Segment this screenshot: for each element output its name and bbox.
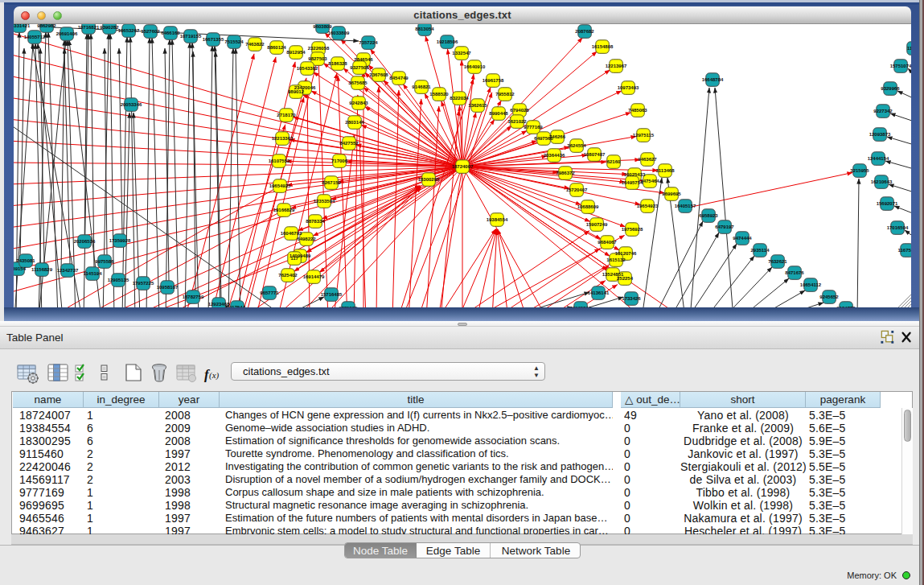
svg-text:8427552: 8427552	[339, 141, 359, 146]
svg-text:12353594: 12353594	[314, 199, 335, 204]
svg-text:19756928: 19756928	[622, 227, 643, 232]
svg-text:16405157: 16405157	[675, 204, 696, 208]
svg-text:15716485: 15716485	[321, 292, 343, 297]
svg-text:1332547: 1332547	[452, 51, 471, 56]
svg-text:10716821: 10716821	[78, 25, 100, 30]
svg-text:10807487: 10807487	[584, 152, 606, 157]
svg-text:11171: 11171	[907, 46, 911, 51]
svg-text:15751074: 15751074	[890, 64, 911, 68]
svg-text:7955812: 7955812	[495, 92, 515, 97]
svg-text:16782759: 16782759	[183, 295, 204, 299]
svg-text:9474444: 9474444	[733, 236, 752, 241]
svg-text:12342737: 12342737	[57, 268, 79, 273]
svg-text:7986372: 7986372	[556, 171, 575, 175]
svg-text:3113468: 3113468	[655, 168, 675, 173]
svg-text:9390282: 9390282	[100, 25, 119, 30]
svg-text:9699695: 9699695	[662, 192, 681, 196]
svg-text:10654112: 10654112	[800, 282, 822, 287]
svg-text:9242843: 9242843	[349, 101, 368, 105]
svg-text:16154808: 16154808	[592, 44, 614, 49]
svg-text:15692071: 15692071	[877, 201, 898, 206]
svg-text:9134773: 9134773	[836, 306, 856, 307]
svg-text:10973493: 10973493	[618, 85, 639, 90]
svg-text:8912954: 8912954	[286, 50, 306, 55]
svg-text:17359928: 17359928	[109, 238, 131, 243]
svg-text:7463822: 7463822	[245, 42, 265, 47]
svg-text:2367608: 2367608	[369, 72, 388, 77]
svg-text:989012: 989012	[288, 89, 305, 94]
svg-text:7485063: 7485063	[628, 108, 647, 113]
svg-text:15907249: 15907249	[586, 222, 608, 227]
svg-text:9329966: 9329966	[881, 86, 900, 91]
svg-text:6479197: 6479197	[715, 225, 734, 229]
svg-text:3215955: 3215955	[850, 168, 869, 173]
svg-text:9862982: 9862982	[37, 24, 56, 28]
svg-text:6466160: 6466160	[161, 31, 180, 35]
svg-text:19384554: 19384554	[487, 217, 508, 222]
svg-text:16210643: 16210643	[871, 179, 893, 184]
svg-text:16640910: 16640910	[464, 64, 486, 69]
svg-text:8878334: 8878334	[306, 219, 325, 224]
svg-text:17957225: 17957225	[133, 281, 154, 286]
svg-text:19166829: 19166829	[273, 208, 295, 212]
svg-text:6958923: 6958923	[699, 213, 718, 218]
svg-text:9245652: 9245652	[819, 295, 839, 299]
svg-text:12213363: 12213363	[272, 136, 294, 141]
svg-text:2803144: 2803144	[345, 120, 364, 125]
svg-text:8322034: 8322034	[450, 96, 469, 101]
svg-text:746266: 746266	[549, 134, 566, 139]
svg-text:16914479: 16914479	[303, 274, 325, 279]
svg-text:12213967: 12213967	[606, 64, 627, 68]
svg-text:8454749: 8454749	[389, 76, 409, 80]
svg-text:252254: 252254	[617, 276, 634, 281]
svg-text:3624554: 3624554	[567, 143, 586, 148]
svg-text:6498222: 6498222	[297, 237, 316, 241]
svg-text:9327508: 9327508	[350, 65, 369, 70]
svg-text:9975586: 9975586	[95, 259, 114, 264]
svg-text:62160: 62160	[607, 159, 621, 164]
svg-text:16033809: 16033809	[328, 31, 350, 35]
svg-text:8990448: 8990448	[489, 111, 508, 116]
svg-text:14136141: 14136141	[588, 290, 610, 295]
svg-text:1362615: 1362615	[468, 103, 487, 108]
svg-text:7625402: 7625402	[278, 273, 298, 278]
svg-text:7357224: 7357224	[359, 40, 378, 45]
svg-text:9475464: 9475464	[640, 179, 659, 183]
svg-text:16671355: 16671355	[203, 37, 224, 42]
svg-text:16331421: 16331421	[14, 24, 31, 28]
svg-text:9827503: 9827503	[308, 56, 327, 61]
svg-text:1527602: 1527602	[141, 29, 160, 34]
svg-text:9285535: 9285535	[339, 306, 358, 307]
svg-text:117: 117	[290, 256, 298, 261]
svg-text:8267150: 8267150	[322, 180, 341, 185]
svg-text:1621022: 1621022	[507, 119, 527, 124]
svg-text:10958107: 10958107	[157, 285, 179, 290]
svg-text:9463627: 9463627	[638, 157, 657, 162]
svg-text:12444154: 12444154	[868, 156, 889, 161]
svg-text:19218506: 19218506	[437, 39, 458, 44]
svg-text:19654923: 19654923	[637, 204, 659, 208]
svg-text:7515524: 7515524	[224, 39, 244, 44]
svg-text:1167534: 1167534	[897, 248, 911, 253]
svg-text:10688609: 10688609	[577, 204, 599, 209]
svg-text:9777169: 9777169	[524, 125, 543, 130]
svg-text:7435081: 7435081	[16, 258, 35, 263]
svg-text:9684067: 9684067	[598, 240, 617, 245]
svg-text:939154: 939154	[14, 266, 27, 271]
svg-text:9657771: 9657771	[260, 290, 279, 295]
svg-text:12923468: 12923468	[208, 302, 230, 307]
svg-text:20053346: 20053346	[121, 102, 142, 107]
svg-text:23226058: 23226058	[308, 46, 330, 51]
svg-text:20206536: 20206536	[74, 239, 96, 244]
svg-text:(x): (x)	[209, 370, 220, 381]
svg-text:3675685: 3675685	[348, 80, 368, 85]
svg-text:2846546: 2846546	[354, 57, 373, 62]
svg-text:12093873: 12093873	[869, 132, 891, 137]
svg-text:9227342: 9227342	[873, 109, 893, 113]
svg-text:2718170: 2718170	[277, 113, 296, 117]
svg-text:6794028: 6794028	[510, 108, 529, 113]
svg-text:1588520: 1588520	[429, 92, 449, 97]
svg-text:14055712: 14055712	[24, 35, 46, 39]
svg-text:19654925: 19654925	[269, 183, 291, 188]
svg-text:10719155: 10719155	[180, 34, 202, 39]
